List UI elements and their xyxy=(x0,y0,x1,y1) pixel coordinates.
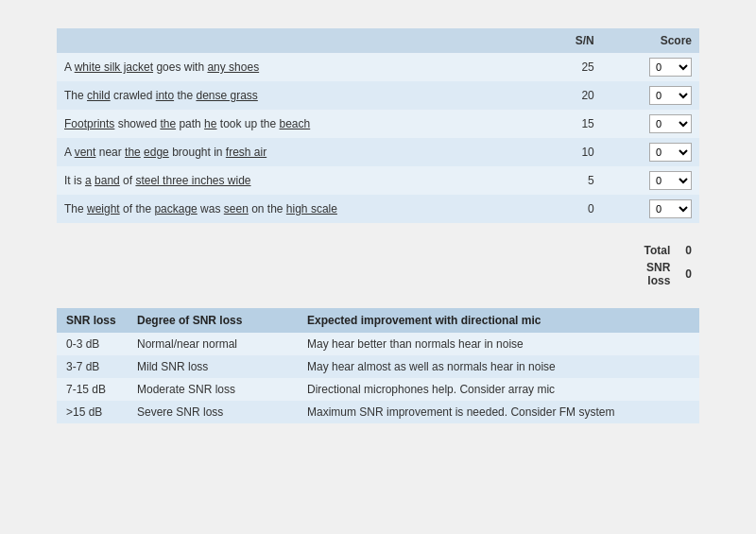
total-label: Total xyxy=(637,242,679,259)
sentence-cell: The child crawled into the dense grass xyxy=(57,81,544,110)
score-select[interactable]: 012345 xyxy=(649,171,692,190)
sentence-cell: Footprints showed the path he took up th… xyxy=(57,110,544,138)
ref-snrloss-cell: 0-3 dB xyxy=(57,333,128,355)
main-container: S/N Score A white silk jacket goes with … xyxy=(57,28,699,423)
total-value: 0 xyxy=(678,242,699,259)
sentence-cell: The weight of the package was seen on th… xyxy=(57,195,544,223)
sentence-cell: A vent near the edge brought in fresh ai… xyxy=(57,138,544,166)
score-select[interactable]: 012345 xyxy=(649,143,692,162)
table-row: Footprints showed the path he took up th… xyxy=(57,110,699,138)
ref-expected-cell: Maximum SNR improvement is needed. Consi… xyxy=(298,401,699,423)
sn-cell: 15 xyxy=(544,110,602,138)
ref-expected-header: Expected improvement with directional mi… xyxy=(298,308,699,333)
ref-snrloss-cell: 7-15 dB xyxy=(57,378,128,401)
table-row: 7-15 dBModerate SNR lossDirectional micr… xyxy=(57,378,699,401)
scoring-table: S/N Score A white silk jacket goes with … xyxy=(57,28,699,223)
ref-snrloss-cell: 3-7 dB xyxy=(57,355,128,378)
sn-header: S/N xyxy=(544,28,602,53)
score-select[interactable]: 012345 xyxy=(649,199,692,218)
score-cell: 012345 xyxy=(602,53,699,81)
score-select[interactable]: 012345 xyxy=(649,86,692,105)
score-cell: 012345 xyxy=(602,81,699,110)
sn-cell: 0 xyxy=(544,195,602,223)
table-row: 0-3 dBNormal/near normalMay hear better … xyxy=(57,333,699,355)
sentence-text: A vent near the edge brought in fresh ai… xyxy=(64,146,266,159)
ref-degree-header: Degree of SNR loss xyxy=(128,308,298,333)
score-select[interactable]: 012345 xyxy=(649,114,692,133)
ref-degree-cell: Mild SNR loss xyxy=(128,355,298,378)
snr-loss-value: 0 xyxy=(678,259,699,289)
score-cell: 012345 xyxy=(602,195,699,223)
score-cell: 012345 xyxy=(602,138,699,166)
sentence-text: It is a band of steel three inches wide xyxy=(64,174,251,187)
reference-table: SNR loss Degree of SNR loss Expected imp… xyxy=(57,308,699,423)
sentence-cell: A white silk jacket goes with any shoes xyxy=(57,53,544,81)
snr-loss-label: SNR loss xyxy=(637,259,679,289)
ref-snrloss-cell: >15 dB xyxy=(57,401,128,423)
score-header: Score xyxy=(602,28,699,53)
score-select[interactable]: 012345 xyxy=(649,58,692,77)
sentence-cell: It is a band of steel three inches wide xyxy=(57,166,544,195)
sentence-text: The child crawled into the dense grass xyxy=(64,89,258,102)
ref-degree-cell: Severe SNR loss xyxy=(128,401,298,423)
ref-expected-cell: May hear almost as well as normals hear … xyxy=(298,355,699,378)
sn-cell: 10 xyxy=(544,138,602,166)
ref-expected-cell: May hear better than normals hear in noi… xyxy=(298,333,699,355)
score-cell: 012345 xyxy=(602,166,699,195)
table-row: The weight of the package was seen on th… xyxy=(57,195,699,223)
sn-cell: 20 xyxy=(544,81,602,110)
table-row: 3-7 dBMild SNR lossMay hear almost as we… xyxy=(57,355,699,378)
sn-cell: 25 xyxy=(544,53,602,81)
score-cell: 012345 xyxy=(602,110,699,138)
table-row: A vent near the edge brought in fresh ai… xyxy=(57,138,699,166)
table-row: >15 dBSevere SNR lossMaximum SNR improve… xyxy=(57,401,699,423)
table-row: The child crawled into the dense grass20… xyxy=(57,81,699,110)
ref-snrloss-header: SNR loss xyxy=(57,308,128,333)
ref-degree-cell: Normal/near normal xyxy=(128,333,298,355)
sn-cell: 5 xyxy=(544,166,602,195)
sentence-header xyxy=(57,28,544,53)
table-row: It is a band of steel three inches wide5… xyxy=(57,166,699,195)
sentence-text: The weight of the package was seen on th… xyxy=(64,202,337,215)
sentence-text: A white silk jacket goes with any shoes xyxy=(64,60,259,74)
ref-expected-cell: Directional microphones help. Consider a… xyxy=(298,378,699,401)
ref-degree-cell: Moderate SNR loss xyxy=(128,378,298,401)
table-row: A white silk jacket goes with any shoes2… xyxy=(57,53,699,81)
sentence-text: Footprints showed the path he took up th… xyxy=(64,117,310,130)
totals-table: Total 0 SNR loss 0 xyxy=(57,242,699,289)
